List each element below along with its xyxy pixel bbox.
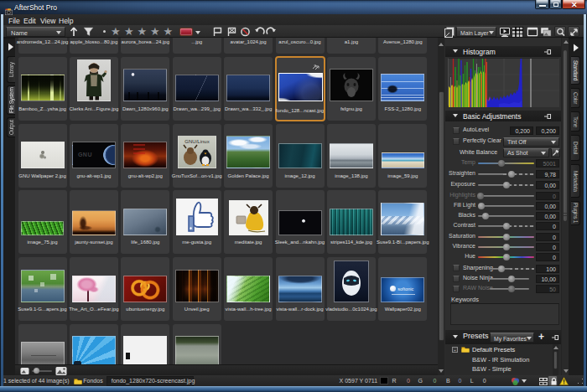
svg-text:GNU/Linux: GNU/Linux [184, 139, 209, 144]
